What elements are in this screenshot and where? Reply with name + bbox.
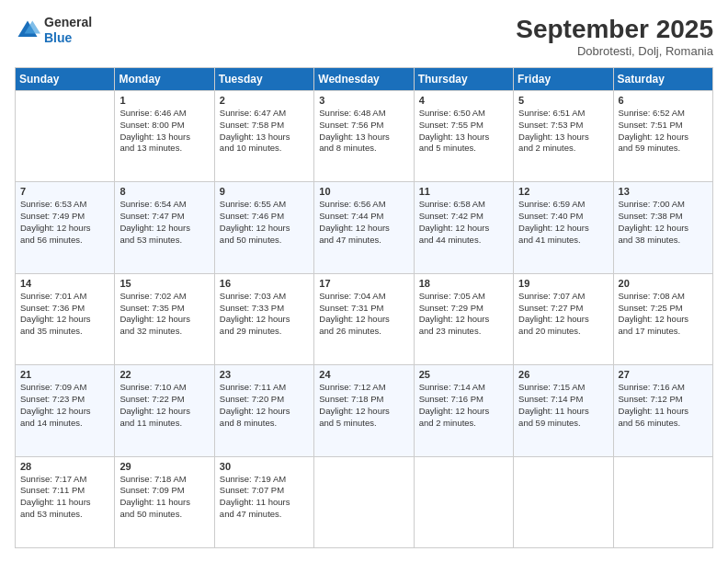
calendar-cell: 2Sunrise: 6:47 AM Sunset: 7:58 PM Daylig… xyxy=(214,91,313,182)
day-number: 3 xyxy=(319,95,408,106)
title-block: September 2025 Dobrotesti, Dolj, Romania xyxy=(516,15,713,58)
week-row-2: 14Sunrise: 7:01 AM Sunset: 7:36 PM Dayli… xyxy=(16,273,713,364)
day-info: Sunrise: 6:48 AM Sunset: 7:56 PM Dayligh… xyxy=(319,108,408,155)
week-row-0: 1Sunrise: 6:46 AM Sunset: 8:00 PM Daylig… xyxy=(16,91,713,182)
day-number: 29 xyxy=(119,461,209,472)
day-number: 19 xyxy=(518,278,608,289)
calendar-table: SundayMondayTuesdayWednesdayThursdayFrid… xyxy=(15,67,713,548)
header-cell-tuesday: Tuesday xyxy=(214,68,313,91)
day-number: 6 xyxy=(619,95,708,106)
day-number: 15 xyxy=(119,278,209,289)
page: General Blue September 2025 Dobrotesti, … xyxy=(0,0,728,563)
day-info: Sunrise: 7:12 AM Sunset: 7:18 PM Dayligh… xyxy=(319,382,408,429)
day-number: 1 xyxy=(119,95,209,106)
calendar-cell: 20Sunrise: 7:08 AM Sunset: 7:25 PM Dayli… xyxy=(613,273,712,364)
header-cell-friday: Friday xyxy=(514,68,613,91)
day-info: Sunrise: 6:52 AM Sunset: 7:51 PM Dayligh… xyxy=(619,108,708,155)
week-row-3: 21Sunrise: 7:09 AM Sunset: 7:23 PM Dayli… xyxy=(16,365,713,456)
day-number: 17 xyxy=(319,278,408,289)
calendar-cell xyxy=(514,456,613,547)
day-number: 20 xyxy=(619,278,708,289)
day-number: 30 xyxy=(220,461,309,472)
day-number: 16 xyxy=(220,278,309,289)
day-info: Sunrise: 7:11 AM Sunset: 7:20 PM Dayligh… xyxy=(220,382,309,429)
header-cell-saturday: Saturday xyxy=(613,68,712,91)
header-cell-sunday: Sunday xyxy=(16,68,115,91)
calendar-cell: 6Sunrise: 6:52 AM Sunset: 7:51 PM Daylig… xyxy=(613,91,712,182)
calendar-cell: 25Sunrise: 7:14 AM Sunset: 7:16 PM Dayli… xyxy=(414,365,513,456)
day-info: Sunrise: 7:01 AM Sunset: 7:36 PM Dayligh… xyxy=(20,291,109,338)
header-cell-monday: Monday xyxy=(115,68,214,91)
calendar-cell: 18Sunrise: 7:05 AM Sunset: 7:29 PM Dayli… xyxy=(414,273,513,364)
calendar-cell: 9Sunrise: 6:55 AM Sunset: 7:46 PM Daylig… xyxy=(214,182,313,273)
day-number: 18 xyxy=(419,278,508,289)
calendar-cell: 22Sunrise: 7:10 AM Sunset: 7:22 PM Dayli… xyxy=(115,365,214,456)
day-info: Sunrise: 7:03 AM Sunset: 7:33 PM Dayligh… xyxy=(220,291,309,338)
calendar-cell: 11Sunrise: 6:58 AM Sunset: 7:42 PM Dayli… xyxy=(414,182,513,273)
day-info: Sunrise: 6:46 AM Sunset: 8:00 PM Dayligh… xyxy=(119,108,209,155)
calendar-cell: 21Sunrise: 7:09 AM Sunset: 7:23 PM Dayli… xyxy=(16,365,115,456)
day-number: 28 xyxy=(20,461,109,472)
header: General Blue September 2025 Dobrotesti, … xyxy=(15,15,713,58)
logo: General Blue xyxy=(15,15,92,46)
day-number: 5 xyxy=(518,95,608,106)
header-cell-thursday: Thursday xyxy=(414,68,513,91)
day-number: 23 xyxy=(220,369,309,380)
calendar-cell: 8Sunrise: 6:54 AM Sunset: 7:47 PM Daylig… xyxy=(115,182,214,273)
day-info: Sunrise: 6:59 AM Sunset: 7:40 PM Dayligh… xyxy=(518,199,608,246)
day-info: Sunrise: 7:15 AM Sunset: 7:14 PM Dayligh… xyxy=(518,382,608,429)
day-number: 9 xyxy=(220,186,309,197)
day-info: Sunrise: 7:08 AM Sunset: 7:25 PM Dayligh… xyxy=(619,291,708,338)
calendar-cell: 13Sunrise: 7:00 AM Sunset: 7:38 PM Dayli… xyxy=(613,182,712,273)
day-number: 10 xyxy=(319,186,408,197)
calendar-cell: 14Sunrise: 7:01 AM Sunset: 7:36 PM Dayli… xyxy=(16,273,115,364)
day-number: 21 xyxy=(20,369,109,380)
calendar-cell xyxy=(16,91,115,182)
day-info: Sunrise: 7:10 AM Sunset: 7:22 PM Dayligh… xyxy=(119,382,209,429)
day-info: Sunrise: 6:56 AM Sunset: 7:44 PM Dayligh… xyxy=(319,199,408,246)
calendar-cell: 23Sunrise: 7:11 AM Sunset: 7:20 PM Dayli… xyxy=(214,365,313,456)
calendar-cell: 27Sunrise: 7:16 AM Sunset: 7:12 PM Dayli… xyxy=(613,365,712,456)
calendar-cell: 12Sunrise: 6:59 AM Sunset: 7:40 PM Dayli… xyxy=(514,182,613,273)
day-number: 13 xyxy=(619,186,708,197)
day-number: 22 xyxy=(119,369,209,380)
week-row-1: 7Sunrise: 6:53 AM Sunset: 7:49 PM Daylig… xyxy=(16,182,713,273)
calendar-cell: 29Sunrise: 7:18 AM Sunset: 7:09 PM Dayli… xyxy=(115,456,214,547)
day-info: Sunrise: 7:07 AM Sunset: 7:27 PM Dayligh… xyxy=(518,291,608,338)
logo-icon xyxy=(15,17,40,43)
header-row: SundayMondayTuesdayWednesdayThursdayFrid… xyxy=(16,68,713,91)
day-info: Sunrise: 7:19 AM Sunset: 7:07 PM Dayligh… xyxy=(220,474,309,521)
day-number: 7 xyxy=(20,186,109,197)
day-number: 8 xyxy=(119,186,209,197)
day-info: Sunrise: 7:14 AM Sunset: 7:16 PM Dayligh… xyxy=(419,382,508,429)
calendar-cell: 30Sunrise: 7:19 AM Sunset: 7:07 PM Dayli… xyxy=(214,456,313,547)
calendar-cell xyxy=(613,456,712,547)
calendar-cell: 7Sunrise: 6:53 AM Sunset: 7:49 PM Daylig… xyxy=(16,182,115,273)
day-info: Sunrise: 7:16 AM Sunset: 7:12 PM Dayligh… xyxy=(619,382,708,429)
calendar-cell: 28Sunrise: 7:17 AM Sunset: 7:11 PM Dayli… xyxy=(16,456,115,547)
header-cell-wednesday: Wednesday xyxy=(314,68,414,91)
month-title: September 2025 xyxy=(516,15,713,44)
calendar-cell: 15Sunrise: 7:02 AM Sunset: 7:35 PM Dayli… xyxy=(115,273,214,364)
calendar-cell: 5Sunrise: 6:51 AM Sunset: 7:53 PM Daylig… xyxy=(514,91,613,182)
week-row-4: 28Sunrise: 7:17 AM Sunset: 7:11 PM Dayli… xyxy=(16,456,713,547)
calendar-cell: 17Sunrise: 7:04 AM Sunset: 7:31 PM Dayli… xyxy=(314,273,414,364)
calendar-cell: 3Sunrise: 6:48 AM Sunset: 7:56 PM Daylig… xyxy=(314,91,414,182)
day-info: Sunrise: 6:53 AM Sunset: 7:49 PM Dayligh… xyxy=(20,199,109,246)
day-info: Sunrise: 6:50 AM Sunset: 7:55 PM Dayligh… xyxy=(419,108,508,155)
day-info: Sunrise: 7:00 AM Sunset: 7:38 PM Dayligh… xyxy=(619,199,708,246)
day-number: 25 xyxy=(419,369,508,380)
calendar-cell: 1Sunrise: 6:46 AM Sunset: 8:00 PM Daylig… xyxy=(115,91,214,182)
day-number: 2 xyxy=(220,95,309,106)
calendar-cell: 10Sunrise: 6:56 AM Sunset: 7:44 PM Dayli… xyxy=(314,182,414,273)
subtitle: Dobrotesti, Dolj, Romania xyxy=(516,44,713,58)
calendar-cell xyxy=(414,456,513,547)
day-info: Sunrise: 7:09 AM Sunset: 7:23 PM Dayligh… xyxy=(20,382,109,429)
day-number: 26 xyxy=(518,369,608,380)
calendar-cell: 19Sunrise: 7:07 AM Sunset: 7:27 PM Dayli… xyxy=(514,273,613,364)
calendar-cell: 24Sunrise: 7:12 AM Sunset: 7:18 PM Dayli… xyxy=(314,365,414,456)
day-info: Sunrise: 7:04 AM Sunset: 7:31 PM Dayligh… xyxy=(319,291,408,338)
day-info: Sunrise: 6:54 AM Sunset: 7:47 PM Dayligh… xyxy=(119,199,209,246)
day-number: 27 xyxy=(619,369,708,380)
calendar-cell: 16Sunrise: 7:03 AM Sunset: 7:33 PM Dayli… xyxy=(214,273,313,364)
